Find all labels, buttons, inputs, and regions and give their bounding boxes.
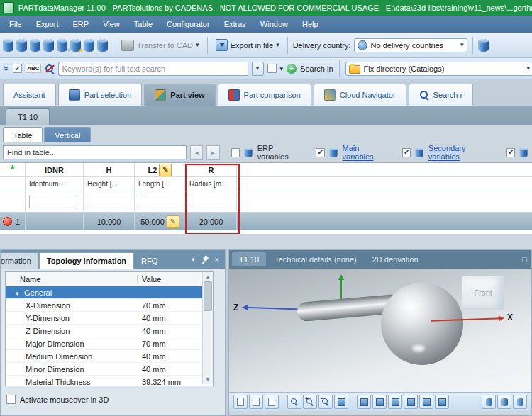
orientation-cube[interactable]: Front: [462, 276, 504, 310]
view-top-icon[interactable]: [419, 395, 433, 409]
filter-l2-input[interactable]: [138, 196, 182, 208]
table-config-cell[interactable]: *: [0, 163, 26, 177]
tree-row-material-thickness[interactable]: Material Thickness 39.324 mm: [6, 376, 213, 386]
database-help-icon[interactable]: ?: [84, 39, 94, 52]
database-up-icon[interactable]: ↑: [57, 39, 67, 52]
database-fav-icon[interactable]: ★: [70, 39, 81, 52]
tab-part-comparison[interactable]: Part comparison: [218, 84, 311, 106]
main-variables-checkbox[interactable]: ✔: [316, 148, 325, 157]
menu-configurator[interactable]: Configurator: [160, 18, 216, 30]
viewer-tab-technical-details[interactable]: Technical details (none): [267, 252, 364, 266]
topology-scrollbar[interactable]: ▲ ▼: [202, 272, 213, 384]
menu-extras[interactable]: Extras: [218, 18, 253, 30]
edit-value-icon[interactable]: ✎: [167, 215, 179, 228]
menu-window[interactable]: Window: [254, 18, 294, 30]
view-front-icon[interactable]: [357, 395, 371, 409]
tab-search[interactable]: Search r: [409, 84, 474, 106]
fulltext-checkbox[interactable]: ✔: [13, 64, 22, 73]
zoom-window-icon[interactable]: [334, 395, 348, 409]
viewer-tab-model[interactable]: T1 10: [232, 252, 266, 266]
view-back-icon[interactable]: [372, 395, 387, 409]
print-view-icon[interactable]: [265, 395, 279, 409]
col-name-header[interactable]: Name: [6, 275, 138, 283]
fulltext-search-input[interactable]: [58, 62, 248, 76]
tree-row-medium-dimension[interactable]: Medium Dimension 40 mm: [6, 350, 213, 363]
database-icon[interactable]: [30, 39, 40, 52]
filter-idnr-input[interactable]: [29, 196, 79, 208]
view-right-icon[interactable]: [404, 395, 418, 409]
cell-l2[interactable]: 50.000 ✎: [135, 213, 186, 230]
panel-menu-icon[interactable]: ▾: [192, 257, 195, 263]
cell-r[interactable]: 20.000: [186, 213, 237, 230]
menu-help[interactable]: Help: [296, 18, 325, 30]
scroll-thumb[interactable]: [204, 281, 212, 311]
col-idnr[interactable]: IDNR: [26, 163, 84, 177]
table-data-row[interactable]: 1 10.000 50.000 ✎ 20.000: [0, 213, 532, 230]
menu-table[interactable]: Table: [128, 18, 159, 30]
search-directory-select[interactable]: Fix directory (Catalogs) ▾: [345, 62, 532, 76]
col-l2[interactable]: L2 ✎: [135, 163, 186, 177]
extra-variables-checkbox[interactable]: ✔: [506, 148, 516, 157]
filter-checkbox[interactable]: [267, 64, 277, 73]
collapse-chevrons-icon[interactable]: »: [1, 66, 12, 71]
secondary-variables-checkbox[interactable]: ✔: [402, 148, 411, 157]
project-new-icon[interactable]: [16, 39, 27, 52]
zoom-fit-icon[interactable]: [287, 395, 301, 409]
col-value-header[interactable]: Value: [138, 275, 161, 283]
find-in-table-input[interactable]: [3, 145, 187, 159]
zoom-in-icon[interactable]: +: [303, 395, 317, 409]
database-sync-icon[interactable]: [43, 39, 54, 52]
menu-view[interactable]: View: [96, 18, 126, 30]
project-open-icon[interactable]: [3, 39, 13, 52]
zoom-out-icon[interactable]: −: [318, 395, 333, 409]
viewer-settings-icon[interactable]: [513, 395, 527, 409]
menu-file[interactable]: File: [3, 18, 28, 30]
transfer-to-cad-button[interactable]: Transfer to CAD ▾: [118, 38, 202, 52]
tree-row-major-dimension[interactable]: Major Dimension 70 mm: [6, 337, 213, 350]
tab-topology-information[interactable]: Topology information: [39, 252, 134, 269]
viewport-3d[interactable]: Z X Front: [229, 269, 531, 392]
erp-variables-checkbox[interactable]: [231, 148, 240, 157]
tree-expand-icon[interactable]: ▾: [16, 290, 24, 297]
filter-h-input[interactable]: [87, 196, 131, 208]
copy-view-icon[interactable]: [249, 395, 263, 409]
table-grid-icon[interactable]: [478, 39, 489, 52]
tab-vertical[interactable]: Vertical: [44, 127, 91, 142]
pin-icon[interactable]: [201, 255, 209, 264]
spellcheck-abc-icon[interactable]: ABC: [26, 64, 40, 73]
snapshot-icon[interactable]: [233, 395, 248, 409]
history-caret-icon[interactable]: ▾: [280, 65, 284, 72]
menu-erp[interactable]: ERP: [67, 18, 96, 30]
edit-column-icon[interactable]: ✎: [159, 164, 172, 176]
tab-part-information[interactable]: formation: [1, 252, 39, 269]
tree-row-x-dimension[interactable]: X-Dimension 70 mm: [6, 299, 213, 312]
scroll-down-icon[interactable]: ▼: [206, 375, 211, 384]
delivery-country-select[interactable]: No delivery countries ▾: [354, 38, 467, 52]
export-in-file-button[interactable]: Export in file ▾: [213, 38, 282, 52]
secondary-variables-link[interactable]: Secondary variables: [428, 144, 497, 161]
find-prev-button[interactable]: ◂: [190, 145, 203, 160]
mouseover-checkbox[interactable]: [6, 395, 16, 404]
view-iso-icon[interactable]: [435, 395, 449, 409]
clear-search-icon[interactable]: [45, 64, 55, 74]
section-view-icon[interactable]: [497, 395, 511, 409]
viewer-tab-2d-derivation[interactable]: 2D derivation: [365, 252, 426, 266]
main-variables-link[interactable]: Main variables: [343, 144, 391, 161]
scroll-up-icon[interactable]: ▲: [206, 272, 211, 281]
add-search-icon[interactable]: +: [287, 64, 297, 74]
tab-part-view[interactable]: Part view: [144, 84, 215, 106]
restore-window-icon[interactable]: □: [522, 255, 528, 264]
tab-rfq[interactable]: RFQ: [134, 253, 165, 269]
filter-r-input[interactable]: [189, 196, 233, 208]
tree-row-minor-dimension[interactable]: Minor Dimension 40 mm: [6, 363, 213, 376]
render-mode-icon[interactable]: [482, 395, 496, 409]
menu-export[interactable]: Export: [30, 18, 65, 30]
col-r[interactable]: R: [186, 163, 237, 177]
tree-row-general[interactable]: ▾General: [6, 286, 213, 299]
tab-table[interactable]: Table: [3, 127, 43, 142]
tab-part-selection[interactable]: Part selection: [58, 84, 143, 106]
cell-h[interactable]: 10.000: [84, 213, 135, 230]
tab-assistant[interactable]: Assistant: [3, 84, 56, 106]
close-icon[interactable]: ×: [215, 255, 219, 264]
tree-row-y-dimension[interactable]: Y-Dimension 40 mm: [6, 312, 213, 325]
